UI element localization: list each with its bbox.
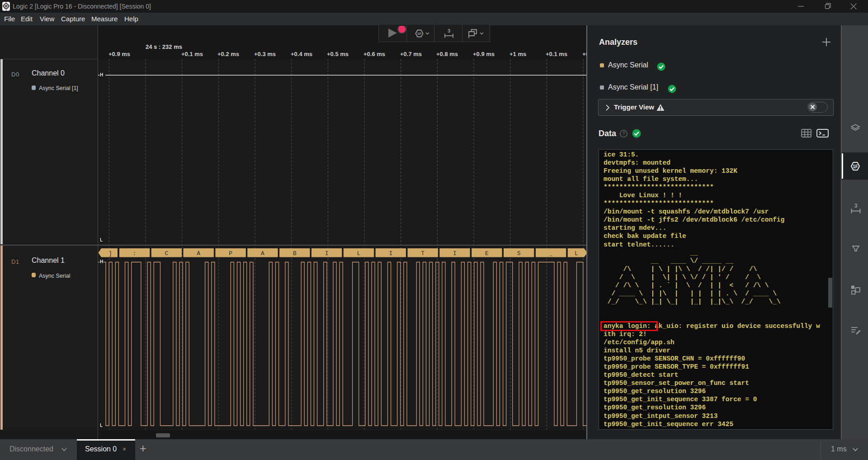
svg-text::: : xyxy=(133,250,137,257)
svg-text:B: B xyxy=(293,250,297,257)
svg-text:I: I xyxy=(453,250,457,257)
svg-text:_: _ xyxy=(549,250,553,257)
svg-text:S: S xyxy=(517,250,521,257)
svg-text:P: P xyxy=(229,250,232,257)
svg-text:1F: 1F xyxy=(417,32,421,36)
svg-text:3: 3 xyxy=(854,203,858,209)
svg-text:3: 3 xyxy=(448,28,450,33)
svg-text:I: I xyxy=(325,250,329,257)
svg-text:L: L xyxy=(575,250,578,257)
svg-text:T: T xyxy=(421,250,425,257)
svg-text:A: A xyxy=(197,250,200,257)
svg-text:]: ] xyxy=(108,250,112,257)
svg-text:L: L xyxy=(357,250,361,257)
svg-text:E: E xyxy=(485,250,489,257)
svg-text:?: ? xyxy=(623,131,625,136)
svg-text:1F: 1F xyxy=(853,164,858,169)
svg-text:I: I xyxy=(389,250,392,257)
svg-text:A: A xyxy=(261,250,264,257)
svg-text:C: C xyxy=(165,250,168,257)
